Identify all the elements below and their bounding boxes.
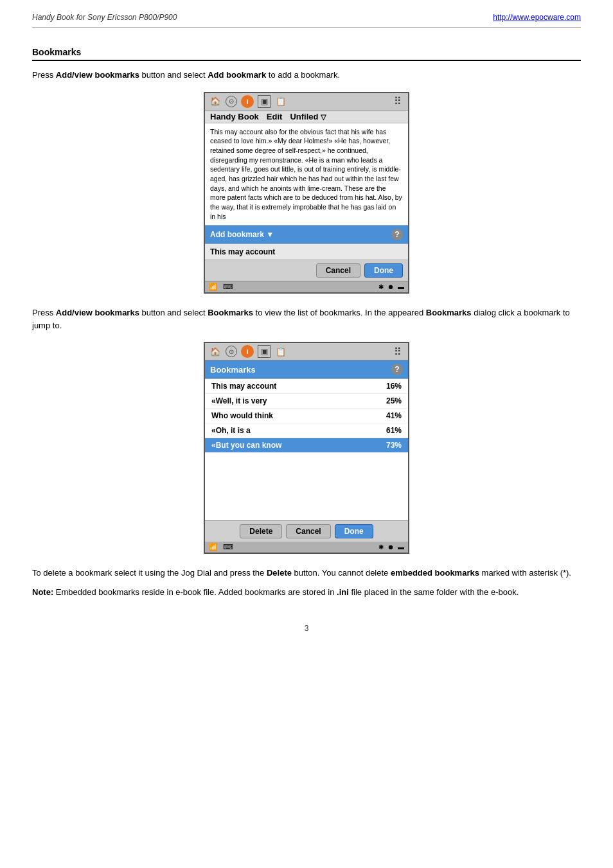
device1-menubar: Handy Book Edit Unfiled ▽ — [205, 111, 408, 123]
bookmark-input-row: This may account — [205, 244, 408, 260]
delete-bold: Delete — [267, 568, 292, 578]
section-para2: Press Add/view bookmarks button and sele… — [32, 306, 581, 332]
device2-status-bar: 📶 ⌨ ✱ ⏺ ▬ — [205, 542, 408, 553]
bookmarks-bold: Bookmarks — [208, 308, 253, 317]
book-icon: ▣ — [258, 95, 271, 108]
bookmark-label: «Well, it is very — [211, 396, 267, 405]
bookmarks-title-bar: Bookmarks ? — [205, 360, 408, 379]
device1-content: This may account also for the obvious fa… — [205, 123, 408, 226]
status-right2: ✱ ⏺ ▬ — [378, 544, 404, 551]
page-footer: 3 — [32, 624, 581, 633]
device1: 🏠 ⊙ i ▣ 📋 ⠿ Handy Book Edit Unfiled ▽ Th… — [204, 92, 409, 294]
header-link[interactable]: http://www.epocware.com — [493, 13, 581, 22]
device2-toolbar: 🏠 ⊙ i ▣ 📋 ⠿ — [205, 343, 408, 360]
delete-button[interactable]: Delete — [240, 524, 282, 538]
bookmarks-title: Bookmarks — [210, 365, 256, 375]
device2-container: 🏠 ⊙ i ▣ 📋 ⠿ Bookmarks ? This may account… — [32, 342, 581, 554]
bookmark-label: «Oh, it is a — [211, 426, 251, 435]
delete-note: To delete a bookmark select it using the… — [32, 567, 581, 580]
clipboard-icon2: 📋 — [274, 345, 287, 358]
menu-unfiled[interactable]: Unfiled ▽ — [290, 112, 326, 121]
keyboard-icon2: ⌨ — [223, 543, 233, 551]
add-bookmark-bold: Add bookmark — [208, 70, 266, 80]
list-item-highlighted[interactable]: «But you can know 73% — [205, 438, 408, 453]
list-item[interactable]: «Well, it is very 25% — [205, 394, 408, 409]
dots-icon: ⠿ — [391, 95, 404, 108]
bookmark-input-value[interactable]: This may account — [210, 247, 275, 256]
signal-icon: 📶 — [209, 283, 218, 291]
bookmark-label: Who would think — [211, 411, 273, 420]
done-button2[interactable]: Done — [335, 524, 373, 538]
square-icon2: ▬ — [398, 544, 404, 551]
help-button[interactable]: ? — [391, 229, 403, 240]
add-bookmark-label: Add bookmark ▼ — [210, 230, 274, 239]
bookmark-pct: 73% — [378, 441, 402, 450]
bookmarks-section: Bookmarks Press Add/view bookmarks butto… — [32, 47, 581, 598]
add-view-bookmarks-bold: Add/view bookmarks — [56, 70, 139, 80]
menu-edit[interactable]: Edit — [267, 112, 283, 121]
embedded-bold: embedded bookmarks — [391, 568, 479, 578]
section-intro: Press Add/view bookmarks button and sele… — [32, 69, 581, 82]
bookmarks-help-button[interactable]: ? — [391, 364, 403, 375]
device2-button-row: Delete Cancel Done — [205, 520, 408, 542]
signal-icon2: 📶 — [209, 543, 218, 551]
dots-icon2: ⠿ — [391, 345, 404, 358]
add-bookmark-bar[interactable]: Add bookmark ▼ ? — [205, 226, 408, 244]
device2: 🏠 ⊙ i ▣ 📋 ⠿ Bookmarks ? This may account… — [204, 342, 409, 554]
menu-handybook[interactable]: Handy Book — [210, 112, 259, 121]
device1-status-bar: 📶 ⌨ ✱ ⏺ ▬ — [205, 281, 408, 292]
bookmark-pct: 16% — [378, 382, 402, 391]
bookmark-list: This may account 16% «Well, it is very 2… — [205, 379, 408, 520]
list-item[interactable]: «Oh, it is a 61% — [205, 423, 408, 438]
list-item[interactable]: This may account 16% — [205, 379, 408, 394]
star-icon2: ✱ — [378, 544, 384, 551]
cancel-button[interactable]: Cancel — [316, 263, 360, 278]
bookmark-pct: 25% — [378, 396, 402, 405]
note-label: Note: — [32, 587, 53, 597]
ini-note: Note: Embedded bookmarks reside in e-boo… — [32, 586, 581, 599]
bookmark-label: This may account — [211, 382, 276, 391]
page-number: 3 — [305, 624, 309, 633]
page-header: Handy Book for Sony Ericsson P800/P900 h… — [32, 13, 581, 28]
status-right: ✱ ⏺ ▬ — [378, 283, 404, 290]
home-icon: 🏠 — [209, 95, 222, 108]
book-icon2: ▣ — [258, 345, 271, 358]
bookmark-pct: 61% — [378, 426, 402, 435]
bookmarks-dialog-bold: Bookmarks — [426, 308, 472, 317]
keyboard-icon: ⌨ — [223, 283, 233, 291]
settings-icon: ⊙ — [226, 96, 237, 107]
bookmark-pct: 41% — [378, 411, 402, 420]
add-view-bookmarks-bold2: Add/view bookmarks — [56, 308, 139, 317]
home-icon2: 🏠 — [209, 345, 222, 358]
star-icon: ✱ — [378, 283, 384, 290]
section-title: Bookmarks — [32, 47, 581, 61]
circle-btn-icon: ⏺ — [387, 283, 394, 290]
done-button[interactable]: Done — [364, 263, 403, 278]
device1-text: This may account also for the obvious fa… — [210, 128, 402, 220]
device1-toolbar: 🏠 ⊙ i ▣ 📋 ⠿ — [205, 93, 408, 111]
ini-bold: .ini — [337, 587, 349, 597]
cancel-button2[interactable]: Cancel — [286, 524, 330, 538]
info-icon: i — [241, 95, 254, 108]
device1-button-row: Cancel Done — [205, 260, 408, 281]
bookmark-label: «But you can know — [211, 441, 281, 450]
circle-btn-icon2: ⏺ — [387, 544, 394, 551]
square-icon: ▬ — [398, 283, 404, 290]
settings-icon2: ⊙ — [226, 346, 237, 357]
device1-container: 🏠 ⊙ i ▣ 📋 ⠿ Handy Book Edit Unfiled ▽ Th… — [32, 92, 581, 294]
list-item[interactable]: Who would think 41% — [205, 409, 408, 423]
info-icon2: i — [241, 345, 254, 358]
clipboard-icon: 📋 — [274, 95, 287, 108]
header-title: Handy Book for Sony Ericsson P800/P900 — [32, 13, 177, 22]
